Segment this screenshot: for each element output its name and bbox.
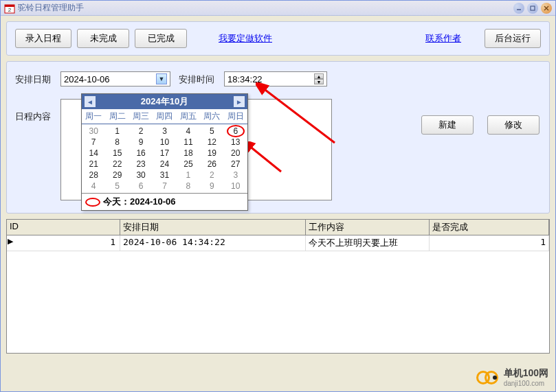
calendar-day[interactable]: 25 bbox=[177, 159, 200, 170]
incomplete-button[interactable]: 未完成 bbox=[77, 29, 129, 48]
weekday-label: 周五 bbox=[177, 111, 200, 122]
complete-button[interactable]: 已完成 bbox=[135, 29, 187, 48]
minimize-button[interactable] bbox=[513, 3, 524, 14]
calendar-day[interactable]: 30 bbox=[129, 170, 153, 181]
calendar-day[interactable]: 5 bbox=[200, 126, 223, 137]
contact-author-link[interactable]: 联系作者 bbox=[425, 32, 461, 45]
cell-date: 2024-10-06 14:34:22 bbox=[120, 235, 306, 251]
calendar-day[interactable]: 22 bbox=[105, 159, 129, 170]
calendar-day[interactable]: 27 bbox=[224, 159, 247, 170]
calendar-day[interactable]: 7 bbox=[153, 181, 176, 192]
new-button[interactable]: 新建 bbox=[421, 115, 474, 135]
svg-text:2: 2 bbox=[8, 7, 12, 13]
calendar-day[interactable]: 16 bbox=[129, 148, 153, 159]
calendar-day[interactable]: 8 bbox=[105, 137, 129, 148]
date-label: 安排日期 bbox=[15, 71, 56, 86]
calendar-title: 2024年10月 bbox=[141, 95, 188, 108]
calendar-day[interactable]: 26 bbox=[200, 159, 223, 170]
calendar-day[interactable]: 29 bbox=[105, 170, 129, 181]
toolbar: 录入日程 未完成 已完成 我要定做软件 联系作者 后台运行 bbox=[6, 21, 550, 56]
watermark-name: 单机100网 bbox=[504, 367, 548, 380]
weekday-label: 周六 bbox=[200, 111, 223, 122]
time-down-icon[interactable]: ▼ bbox=[314, 79, 324, 84]
calendar-popup: ◄ 2024年10月 ► 周一周二周三周四周五周六周日 301234567891… bbox=[81, 93, 248, 211]
data-grid[interactable]: ID 安排日期 工作内容 是否完成 ▶12024-10-06 14:34:22今… bbox=[6, 219, 550, 354]
calendar-day[interactable]: 1 bbox=[177, 170, 200, 181]
calendar-day[interactable]: 13 bbox=[224, 137, 247, 148]
calendar-day[interactable]: 6 bbox=[129, 181, 153, 192]
date-value: 2024-10-06 bbox=[64, 74, 110, 84]
weekday-label: 周一 bbox=[82, 111, 105, 122]
content-label: 日程内容 bbox=[15, 108, 56, 123]
calendar-day[interactable]: 15 bbox=[105, 148, 129, 159]
time-field[interactable]: 18:34:22 ▲ ▼ bbox=[224, 71, 327, 87]
time-up-icon[interactable]: ▲ bbox=[314, 73, 324, 79]
watermark: 单机100网 danji100.com bbox=[476, 367, 548, 387]
calendar-weekdays: 周一周二周三周四周五周六周日 bbox=[82, 109, 247, 124]
calendar-day[interactable]: 2 bbox=[200, 170, 223, 181]
col-id[interactable]: ID bbox=[7, 220, 120, 235]
custom-software-link[interactable]: 我要定做软件 bbox=[219, 32, 272, 45]
calendar-day[interactable]: 2 bbox=[129, 126, 153, 137]
cell-work: 今天不上班明天要上班 bbox=[306, 235, 430, 251]
background-run-button[interactable]: 后台运行 bbox=[485, 29, 541, 48]
calendar-day[interactable]: 10 bbox=[153, 137, 176, 148]
calendar-day[interactable]: 17 bbox=[153, 148, 176, 159]
calendar-next-icon[interactable]: ► bbox=[234, 96, 245, 107]
calendar-prev-icon[interactable]: ◄ bbox=[85, 96, 96, 107]
calendar-days: 3012345678910111213141516171819202122232… bbox=[82, 124, 247, 193]
watermark-domain: danji100.com bbox=[504, 380, 548, 387]
table-row[interactable]: ▶12024-10-06 14:34:22今天不上班明天要上班1 bbox=[7, 235, 549, 251]
input-schedule-button[interactable]: 录入日程 bbox=[15, 29, 71, 48]
time-value: 18:34:22 bbox=[227, 74, 263, 84]
weekday-label: 周三 bbox=[129, 111, 153, 122]
calendar-day[interactable]: 21 bbox=[82, 159, 105, 170]
calendar-day[interactable]: 3 bbox=[224, 170, 247, 181]
calendar-day[interactable]: 11 bbox=[177, 137, 200, 148]
calendar-footer[interactable]: 今天：2024-10-06 bbox=[82, 193, 247, 210]
calendar-day[interactable]: 12 bbox=[200, 137, 223, 148]
app-icon: 2 bbox=[4, 3, 15, 14]
calendar-today-label: 今天：2024-10-06 bbox=[103, 196, 176, 208]
col-done[interactable]: 是否完成 bbox=[430, 220, 549, 235]
window-title: 驼铃日程管理助手 bbox=[18, 2, 84, 14]
app-window: 2 驼铃日程管理助手 录入日程 未完成 已完成 我要定做软件 联系作者 后台运行… bbox=[0, 0, 556, 392]
close-button[interactable] bbox=[541, 3, 552, 14]
calendar-day[interactable]: 7 bbox=[82, 137, 105, 148]
calendar-day[interactable]: 30 bbox=[82, 126, 105, 137]
calendar-day[interactable]: 20 bbox=[224, 148, 247, 159]
watermark-logo-icon bbox=[476, 370, 500, 385]
grid-header: ID 安排日期 工作内容 是否完成 bbox=[7, 220, 549, 235]
col-date[interactable]: 安排日期 bbox=[120, 220, 306, 235]
calendar-day[interactable]: 8 bbox=[177, 181, 200, 192]
edit-button[interactable]: 修改 bbox=[487, 115, 540, 135]
calendar-day[interactable]: 19 bbox=[200, 148, 223, 159]
calendar-day[interactable]: 4 bbox=[177, 126, 200, 137]
calendar-day[interactable]: 6 bbox=[224, 126, 247, 137]
calendar-day[interactable]: 31 bbox=[153, 170, 176, 181]
date-field[interactable]: 2024-10-06 ▼ bbox=[60, 71, 170, 87]
today-mark-icon bbox=[85, 198, 100, 207]
weekday-label: 周二 bbox=[105, 111, 129, 122]
weekday-label: 周四 bbox=[153, 111, 176, 122]
calendar-day[interactable]: 5 bbox=[105, 181, 129, 192]
calendar-day[interactable]: 28 bbox=[82, 170, 105, 181]
svg-rect-4 bbox=[531, 6, 535, 10]
maximize-button[interactable] bbox=[527, 3, 538, 14]
calendar-day[interactable]: 4 bbox=[82, 181, 105, 192]
weekday-label: 周日 bbox=[224, 111, 247, 122]
calendar-day[interactable]: 9 bbox=[200, 181, 223, 192]
calendar-day[interactable]: 14 bbox=[82, 148, 105, 159]
calendar-day[interactable]: 24 bbox=[153, 159, 176, 170]
cell-id: 1 bbox=[7, 235, 120, 251]
col-work[interactable]: 工作内容 bbox=[306, 220, 430, 235]
calendar-day[interactable]: 9 bbox=[129, 137, 153, 148]
calendar-day[interactable]: 18 bbox=[177, 148, 200, 159]
calendar-day[interactable]: 10 bbox=[224, 181, 247, 192]
cell-done: 1 bbox=[430, 235, 549, 251]
calendar-day[interactable]: 1 bbox=[105, 126, 129, 137]
calendar-day[interactable]: 3 bbox=[153, 126, 176, 137]
titlebar: 2 驼铃日程管理助手 bbox=[1, 1, 555, 16]
calendar-day[interactable]: 23 bbox=[129, 159, 153, 170]
date-dropdown-icon[interactable]: ▼ bbox=[156, 73, 167, 84]
